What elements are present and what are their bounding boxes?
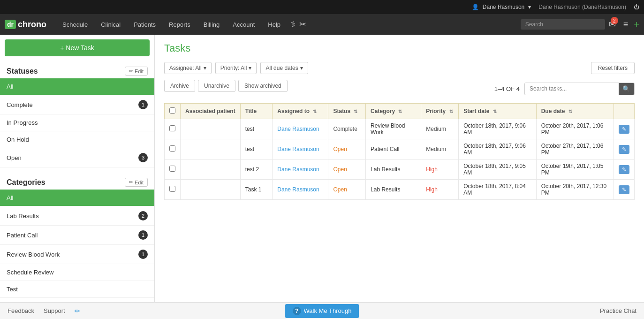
duedate-sort-icon: ⇅ <box>568 109 572 114</box>
nav-billing[interactable]: Billing <box>197 14 227 35</box>
edit-task-button[interactable]: ✎ <box>619 145 629 154</box>
priority-filter[interactable]: Priority: All ▾ <box>215 62 257 74</box>
row-status: Open <box>328 139 366 160</box>
row-edit-cell[interactable]: ✎ <box>614 119 634 139</box>
search-input[interactable] <box>521 19 605 30</box>
walk-me-through-label: Walk Me Through <box>304 307 352 314</box>
row-checkbox-cell[interactable] <box>165 160 181 180</box>
nav-patients[interactable]: Patients <box>127 14 162 35</box>
hamburger-icon[interactable]: ≡ <box>623 20 629 30</box>
col-header-category[interactable]: Category ⇅ <box>366 104 421 119</box>
categories-edit-button[interactable]: ✏ Edit <box>125 178 148 187</box>
nav-schedule[interactable]: Schedule <box>56 14 94 35</box>
priority-caret: ▾ <box>249 65 251 71</box>
col-header-duedate[interactable]: Due date ⇅ <box>536 104 614 119</box>
status-item-open[interactable]: Open 3 <box>0 148 154 167</box>
statuses-edit-label: Edit <box>135 68 144 74</box>
unarchive-button[interactable]: Unarchive <box>198 80 235 92</box>
walk-me-through-button[interactable]: ? Walk Me Through <box>285 304 359 318</box>
status-value: Complete <box>333 126 357 132</box>
status-item-in-progress[interactable]: In Progress <box>0 114 154 131</box>
row-assignee[interactable]: Dane Rasmuson <box>273 160 328 180</box>
row-assignee[interactable]: Dane Rasmuson <box>273 119 328 139</box>
row-title: test <box>240 119 273 139</box>
nav-help[interactable]: Help <box>261 14 287 35</box>
row-assignee[interactable]: Dane Rasmuson <box>273 180 328 200</box>
row-checkbox[interactable] <box>169 125 175 131</box>
select-all-checkbox[interactable] <box>169 107 175 114</box>
new-task-button[interactable]: + New Task <box>5 39 150 56</box>
due-dates-filter[interactable]: All due dates ▾ <box>260 62 308 74</box>
assignee-caret: ▾ <box>204 65 206 71</box>
row-patient <box>181 160 241 180</box>
col-header-status[interactable]: Status ⇅ <box>328 104 366 119</box>
assignee-filter[interactable]: Assignee: All ▾ <box>164 62 212 74</box>
status-value: Open <box>333 166 347 173</box>
edit-task-button[interactable]: ✎ <box>619 165 629 174</box>
row-checkbox-cell[interactable] <box>165 119 181 139</box>
nav-clinical[interactable]: Clinical <box>94 14 127 35</box>
row-assignee[interactable]: Dane Rasmuson <box>273 139 328 160</box>
table-row: test Dane Rasmuson Open Patient Call Med… <box>165 139 635 160</box>
row-checkbox[interactable] <box>169 166 175 172</box>
statuses-header: Statuses ✏ Edit <box>0 61 154 78</box>
reset-filters-button[interactable]: Reset filters <box>591 62 635 74</box>
col-header-priority[interactable]: Priority ⇅ <box>421 104 459 119</box>
mail-count: 2 <box>611 17 618 24</box>
archive-button[interactable]: Archive <box>164 80 195 92</box>
archive-controls: Archive Unarchive Show archived <box>164 80 288 92</box>
assignee-link[interactable]: Dane Rasmuson <box>277 126 319 132</box>
statuses-edit-button[interactable]: ✏ Edit <box>125 67 148 76</box>
due-dates-filter-label: All due dates <box>265 65 298 71</box>
archive-row: Archive Unarchive Show archived 1–4 OF 4… <box>164 80 635 98</box>
feedback-link[interactable]: Feedback <box>8 307 34 314</box>
task-search-button[interactable]: 🔍 <box>619 83 634 95</box>
row-edit-cell[interactable]: ✎ <box>614 139 634 160</box>
priority-value: Medium <box>426 126 446 132</box>
row-due-date: October 27th, 2017, 1:06 PM <box>536 139 614 160</box>
user-caret: ▾ <box>528 4 531 10</box>
edit-icon-bottom[interactable]: ✏ <box>75 307 80 315</box>
row-title: test 2 <box>240 160 273 180</box>
nav-reports[interactable]: Reports <box>162 14 197 35</box>
row-checkbox[interactable] <box>169 186 175 192</box>
category-item-review-blood-work[interactable]: Review Blood Work 1 <box>0 245 154 264</box>
practice-chat-link[interactable]: Practice Chat <box>600 307 636 314</box>
col-header-assignee[interactable]: Assigned to ⇅ <box>273 104 328 119</box>
support-link[interactable]: Support <box>44 307 65 314</box>
task-search-input[interactable] <box>525 83 619 94</box>
category-item-test[interactable]: Test <box>0 281 154 298</box>
category-item-schedule-review[interactable]: Schedule Review <box>0 264 154 281</box>
mail-badge[interactable]: ✉ 2 <box>609 19 616 30</box>
plus-icon[interactable]: + <box>634 19 639 30</box>
record-count: 1–4 OF 4 <box>494 85 520 92</box>
col-header-startdate[interactable]: Start date ⇅ <box>459 104 537 119</box>
category-item-patient-call[interactable]: Patient Call 1 <box>0 226 154 245</box>
edit-task-button[interactable]: ✎ <box>619 185 629 194</box>
row-checkbox[interactable] <box>169 145 175 152</box>
edit-task-button[interactable]: ✎ <box>619 125 629 134</box>
row-checkbox-cell[interactable] <box>165 139 181 160</box>
main-content: Tasks Assignee: All ▾ Priority: All ▾ Al… <box>155 35 644 319</box>
power-icon[interactable]: ⏻ <box>634 4 639 10</box>
assignee-link[interactable]: Dane Rasmuson <box>277 166 319 173</box>
show-archived-button[interactable]: Show archived <box>238 80 288 92</box>
row-start-date: October 18th, 2017, 9:06 AM <box>459 119 537 139</box>
status-item-all[interactable]: All <box>0 78 154 95</box>
category-item-all[interactable]: All <box>0 190 154 206</box>
status-item-complete[interactable]: Complete 1 <box>0 95 154 114</box>
pencil-icon: ✏ <box>129 68 133 74</box>
assignee-link[interactable]: Dane Rasmuson <box>277 186 319 193</box>
row-edit-cell[interactable]: ✎ <box>614 180 634 200</box>
logo[interactable]: dr chrono <box>5 20 46 30</box>
status-item-on-hold[interactable]: On Hold <box>0 131 154 148</box>
question-mark-icon: ? <box>293 307 301 315</box>
assignee-link[interactable]: Dane Rasmuson <box>277 146 319 152</box>
row-checkbox-cell[interactable] <box>165 180 181 200</box>
search-icon: 🔍 <box>622 85 630 92</box>
row-edit-cell[interactable]: ✎ <box>614 160 634 180</box>
category-item-lab-results[interactable]: Lab Results 2 <box>0 206 154 226</box>
nav-account[interactable]: Account <box>226 14 261 35</box>
category-label-patient-call: Patient Call <box>7 232 38 239</box>
user-name-short[interactable]: Dane Rasmuson <box>483 4 524 10</box>
